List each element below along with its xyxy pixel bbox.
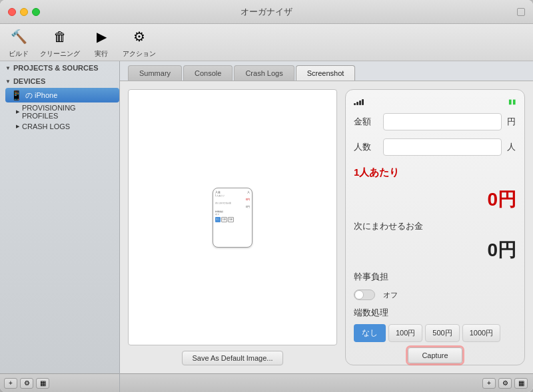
projects-section-label: PROJECTS & SOURCES xyxy=(13,64,99,72)
warp-toggle[interactable] xyxy=(354,290,375,300)
toggle-thumb xyxy=(354,290,364,299)
tab-bar: Summary Console Crash Logs Screenshot xyxy=(120,61,533,81)
save-default-button[interactable]: Save As Default Image... xyxy=(182,351,282,365)
crash-triangle-icon: ▶ xyxy=(16,124,19,129)
next-change-label: 次にまわせるお金 xyxy=(354,220,516,232)
toolbar-run[interactable]: ▶ 実行 xyxy=(91,26,112,59)
rounding-btn-1000[interactable]: 1000円 xyxy=(462,324,500,342)
window-expand-button[interactable] xyxy=(517,8,525,16)
sidebar-bottom-bar: + ⚙ ▦ xyxy=(0,373,119,392)
preview-amount-2: 0円 xyxy=(215,205,250,209)
sidebar-item-iphone[interactable]: 📱 の iPhone xyxy=(5,88,119,102)
iphone-icon: 📱 xyxy=(11,90,22,100)
provisioning-label: PROVISIONING PROFILES xyxy=(22,104,109,120)
toolbar-build[interactable]: 🔨 ビルド xyxy=(8,26,29,59)
preview-btn-row: なし 100 500 xyxy=(215,217,250,222)
devices-section-label: DEVICES xyxy=(13,77,45,85)
tab-summary[interactable]: Summary xyxy=(128,65,182,81)
devices-triangle-icon: ▼ xyxy=(5,79,11,85)
main-layout: ▼ PROJECTS & SOURCES ▼ DEVICES 📱 の iPhon… xyxy=(0,61,533,392)
tab-console[interactable]: Console xyxy=(183,65,233,81)
sidebar-section-projects[interactable]: ▼ PROJECTS & SOURCES xyxy=(0,61,119,75)
amount-unit: 円 xyxy=(507,116,516,128)
screenshot-panel: 入金 人 1人あたり 0円 次にまわせるお金 0円 xyxy=(120,81,533,373)
preview-label-2: 次にまわせるお金 xyxy=(215,202,250,204)
rounding-btn-100[interactable]: 100円 xyxy=(388,324,422,342)
bottom-view-button[interactable]: ▦ xyxy=(514,378,528,389)
sidebar: ▼ PROJECTS & SOURCES ▼ DEVICES 📱 の iPhon… xyxy=(0,61,120,392)
title-bar: オーガナイザ xyxy=(0,0,533,24)
preview-label: 1人あたり xyxy=(215,194,250,197)
run-icon: ▶ xyxy=(91,26,112,47)
rounding-buttons-row: なし 100円 500円 1000円 xyxy=(354,324,516,342)
signal-bars-icon xyxy=(354,98,364,105)
clean-label: クリーニング xyxy=(40,49,80,59)
iphone-small-preview: 入金 人 1人あたり 0円 次にまわせるお金 0円 xyxy=(213,188,253,248)
toggle-row: オフ xyxy=(354,290,516,300)
action-label: アクション xyxy=(123,49,156,59)
bottom-add-button[interactable]: + xyxy=(482,378,496,389)
rounding-btn-none[interactable]: なし xyxy=(354,324,386,342)
round-label: 端数処理 xyxy=(354,307,516,319)
sidebar-add-button[interactable]: + xyxy=(4,378,17,389)
sidebar-settings-button[interactable]: ⚙ xyxy=(20,378,33,389)
rounding-btn-500[interactable]: 500円 xyxy=(425,324,459,342)
sidebar-item-crash-logs[interactable]: ▶ CRASH LOGS xyxy=(5,121,119,132)
content-area: Summary Console Crash Logs Screenshot 入金 xyxy=(120,61,533,392)
build-icon: 🔨 xyxy=(8,26,29,47)
people-input[interactable] xyxy=(383,138,502,156)
projects-triangle-icon: ▼ xyxy=(5,65,11,71)
amount-field-row: 金額 円 xyxy=(354,113,516,130)
bottom-actions: + ⚙ ▦ xyxy=(482,378,528,389)
window-title: オーガナイザ xyxy=(241,6,292,18)
toggle-section-label: 幹事負担 xyxy=(354,271,516,283)
clean-icon: 🗑 xyxy=(49,26,71,47)
image-panel: 入金 人 1人あたり 0円 次にまわせるお金 0円 xyxy=(128,89,337,365)
run-label: 実行 xyxy=(95,49,108,59)
tab-screenshot[interactable]: Screenshot xyxy=(296,65,356,81)
content-bottom-bar: + ⚙ ▦ xyxy=(120,373,533,392)
toggle-track xyxy=(354,290,375,300)
tab-crash-logs[interactable]: Crash Logs xyxy=(234,65,294,81)
capture-button[interactable]: Capture xyxy=(408,347,462,363)
maximize-button[interactable] xyxy=(32,8,40,16)
toggle-label: オフ xyxy=(383,290,398,300)
sidebar-item-provisioning[interactable]: ▶ PROVISIONING PROFILES xyxy=(5,102,119,121)
iphone-label: の iPhone xyxy=(25,91,57,100)
screenshot-image-container: 入金 人 1人あたり 0円 次にまわせるお金 0円 xyxy=(128,89,337,345)
traffic-lights xyxy=(8,8,40,16)
phone-panel: ▮▮ 金額 円 人数 人 1人あたり xyxy=(345,89,525,365)
main-window: オーガナイザ 🔨 ビルド 🗑 クリーニング ▶ 実行 ⚙ アクション ▼ PRO… xyxy=(0,0,533,392)
per-person-label: 1人あたり xyxy=(354,166,516,179)
preview-toggle: オフ xyxy=(215,213,250,216)
sidebar-view-button[interactable]: ▦ xyxy=(36,378,49,389)
crash-logs-label: CRASH LOGS xyxy=(22,122,70,130)
capture-btn-container: Capture xyxy=(354,347,516,369)
provisioning-triangle-icon: ▶ xyxy=(16,109,19,114)
action-icon: ⚙ xyxy=(129,26,150,47)
preview-screen-content: 入金 人 1人あたり 0円 次にまわせるお金 0円 xyxy=(213,188,252,247)
amount-input[interactable] xyxy=(383,113,502,130)
preview-row-1: 入金 人 xyxy=(215,190,250,194)
toolbar: 🔨 ビルド 🗑 クリーニング ▶ 実行 ⚙ アクション xyxy=(0,24,533,61)
people-unit: 人 xyxy=(507,141,516,153)
toolbar-clean[interactable]: 🗑 クリーニング xyxy=(40,26,80,59)
amount-label: 金額 xyxy=(354,116,378,128)
people-field-row: 人数 人 xyxy=(354,138,516,156)
phone-status-bar: ▮▮ xyxy=(354,98,516,105)
per-person-value: 0円 xyxy=(354,187,516,212)
close-button[interactable] xyxy=(8,8,16,16)
build-label: ビルド xyxy=(9,49,29,59)
sidebar-section-devices[interactable]: ▼ DEVICES xyxy=(0,75,119,88)
people-label: 人数 xyxy=(354,141,378,153)
minimize-button[interactable] xyxy=(20,8,28,16)
devices-items: 📱 の iPhone ▶ PROVISIONING PROFILES ▶ CRA… xyxy=(0,88,119,132)
next-change-value: 0円 xyxy=(354,238,516,263)
battery-icon: ▮▮ xyxy=(508,98,516,105)
bottom-settings-button[interactable]: ⚙ xyxy=(498,378,512,389)
toolbar-action[interactable]: ⚙ アクション xyxy=(123,26,156,59)
